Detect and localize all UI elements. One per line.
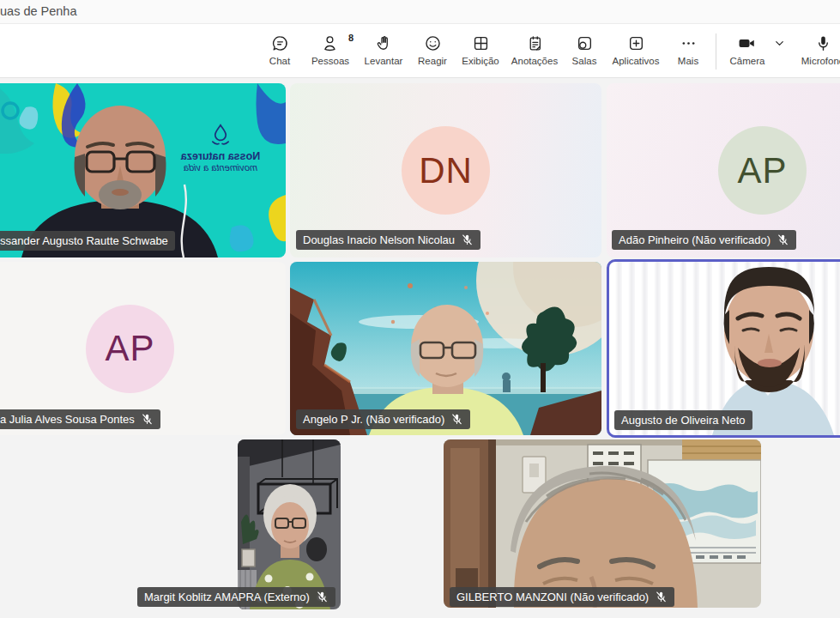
people-label: Pessoas bbox=[311, 56, 349, 66]
react-button[interactable]: Reagir bbox=[413, 30, 452, 66]
raise-hand-icon bbox=[375, 33, 393, 53]
logo-text-line2: movimenta a vida bbox=[184, 162, 257, 173]
participant-name-label: Adão Pinheiro (Não verificado) bbox=[612, 230, 796, 250]
mic-muted-icon bbox=[655, 591, 668, 603]
video-tile-gilberto[interactable] bbox=[444, 439, 761, 608]
mic-muted-icon bbox=[141, 413, 154, 426]
react-icon bbox=[424, 33, 442, 53]
participant-name: a Julia Alves Sousa Pontes bbox=[0, 413, 135, 426]
people-count-badge: 8 bbox=[348, 33, 354, 43]
apps-button[interactable]: Aplicativos bbox=[607, 30, 664, 66]
more-button[interactable]: Mais bbox=[669, 30, 707, 66]
participant-name-label: Margit Koblitz AMAPRA (Externo) bbox=[137, 587, 335, 607]
video-grid: Nossa natureza movimenta a vida DN AP AP bbox=[0, 78, 840, 618]
microphone-label: Microfone bbox=[801, 56, 840, 66]
virtual-background-logo: Nossa natureza movimenta a vida bbox=[169, 123, 272, 173]
participant-name-label: GILBERTO MANZONI (Não verificado) bbox=[450, 587, 674, 607]
chat-button[interactable]: Chat bbox=[260, 30, 299, 66]
people-button[interactable]: 8 Pessoas bbox=[306, 30, 354, 66]
more-label: Mais bbox=[678, 56, 698, 66]
react-label: Reagir bbox=[418, 56, 447, 66]
microphone-icon bbox=[814, 33, 832, 53]
microphone-button[interactable]: Microfone bbox=[796, 30, 840, 66]
participant-name-label: Augusto de Oliveira Neto bbox=[614, 410, 752, 430]
avatar-initials: DN bbox=[419, 150, 473, 191]
mic-muted-icon bbox=[316, 591, 329, 603]
camera-button[interactable]: Câmera bbox=[725, 30, 770, 66]
toolbar-separator bbox=[716, 33, 716, 70]
mic-muted-icon bbox=[450, 413, 463, 426]
window-title: uas de Penha bbox=[0, 4, 77, 18]
avatar: AP bbox=[86, 305, 174, 393]
camera-chevron-down-icon[interactable] bbox=[773, 37, 786, 53]
view-label: Exibição bbox=[462, 56, 499, 66]
logo-text-line1: Nossa natureza bbox=[181, 150, 260, 162]
rooms-label: Salas bbox=[572, 56, 597, 66]
raise-hand-button[interactable]: Levantar bbox=[360, 30, 408, 66]
video-frame bbox=[609, 262, 840, 435]
participant-name: ssander Augusto Rautte Schwabe bbox=[0, 234, 168, 247]
apps-label: Aplicativos bbox=[613, 56, 660, 66]
participant-name-label: ssander Augusto Rautte Schwabe bbox=[0, 231, 175, 251]
annotations-label: Anotações bbox=[511, 56, 558, 66]
participant-name-label: Angelo P Jr. (Não verificado) bbox=[296, 409, 470, 429]
raise-hand-label: Levantar bbox=[365, 56, 403, 66]
mic-muted-icon bbox=[461, 233, 474, 246]
camera-icon bbox=[737, 33, 758, 53]
avatar-initials: AP bbox=[737, 150, 787, 191]
meeting-toolbar: Chat 8 Pessoas Levantar bbox=[0, 24, 840, 78]
rooms-button[interactable]: Salas bbox=[566, 30, 602, 66]
participant-name: Adão Pinheiro (Não verificado) bbox=[619, 233, 771, 246]
video-frame bbox=[444, 439, 761, 608]
participant-name: GILBERTO MANZONI (Não verificado) bbox=[456, 591, 649, 603]
mic-muted-icon bbox=[777, 233, 789, 246]
avatar: AP bbox=[718, 126, 807, 215]
rooms-icon bbox=[576, 33, 594, 53]
view-button[interactable]: Exibição bbox=[457, 30, 504, 66]
annotations-button[interactable]: Anotações bbox=[508, 30, 561, 66]
participant-name: Douglas Inacio Nelson Nicolau bbox=[303, 233, 455, 246]
people-icon bbox=[322, 33, 340, 53]
chat-label: Chat bbox=[269, 56, 290, 66]
view-icon bbox=[472, 33, 490, 53]
more-icon bbox=[680, 33, 698, 53]
avatar-initials: AP bbox=[105, 328, 154, 369]
participant-name-label: Douglas Inacio Nelson Nicolau bbox=[296, 230, 480, 250]
window-titlebar: uas de Penha bbox=[0, 0, 840, 24]
water-drop-icon bbox=[208, 123, 233, 147]
video-tile-margit[interactable] bbox=[238, 439, 341, 609]
participant-name-label: a Julia Alves Sousa Pontes bbox=[0, 409, 160, 429]
chat-icon bbox=[271, 33, 289, 53]
video-frame bbox=[238, 439, 341, 609]
participant-name: Margit Koblitz AMAPRA (Externo) bbox=[144, 591, 310, 603]
participant-name: Augusto de Oliveira Neto bbox=[621, 414, 746, 427]
avatar: DN bbox=[402, 126, 490, 215]
annotations-icon bbox=[526, 33, 544, 53]
apps-icon bbox=[627, 33, 645, 53]
camera-label: Câmera bbox=[730, 56, 765, 66]
participant-name: Angelo P Jr. (Não verificado) bbox=[303, 413, 444, 426]
